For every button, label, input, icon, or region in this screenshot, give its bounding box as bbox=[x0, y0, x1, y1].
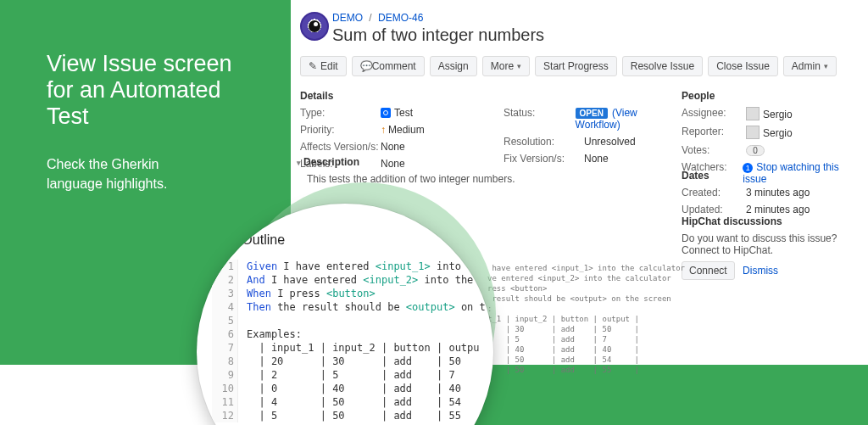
reporter-name: Sergio bbox=[763, 127, 793, 139]
status-value: OPEN(View Workflow) bbox=[576, 107, 673, 131]
description-section: ▾Description This tests the addition of … bbox=[297, 156, 673, 185]
mini-line: ve entered <input_2> into the calculator bbox=[487, 274, 671, 282]
gherkin-code: 1Given I have entered <input_1> into t 2… bbox=[212, 260, 486, 422]
table-header: | input_1 | input_2 | button | outpu bbox=[247, 342, 480, 354]
connect-button[interactable]: Connect bbox=[682, 261, 735, 280]
line-number: 8 bbox=[212, 355, 238, 368]
more-label: More bbox=[491, 60, 514, 72]
resolution-value: Unresolved bbox=[584, 136, 636, 148]
line-number: 11 bbox=[212, 395, 238, 409]
mini-line: | 5 | add | 7 | bbox=[487, 335, 639, 344]
resolve-label: Resolve Issue bbox=[631, 60, 694, 72]
examples-label: Examples: bbox=[247, 328, 302, 340]
votes-value: 0 bbox=[746, 144, 765, 156]
code-text: on t bbox=[455, 301, 486, 313]
assignee-value: Sergio bbox=[746, 107, 793, 120]
mini-line: | 40 | add | 40 | bbox=[487, 345, 639, 354]
line-number: 10 bbox=[212, 382, 238, 395]
details-heading: Details bbox=[300, 90, 673, 102]
comment-button[interactable]: 💬Comment bbox=[352, 56, 425, 76]
dates-heading: Dates bbox=[682, 170, 860, 182]
code-text: I have entered bbox=[265, 274, 364, 286]
assign-label: Assign bbox=[438, 60, 469, 72]
table-row: | 0 | 40 | add | 40 bbox=[247, 383, 461, 394]
code-text: I have entered bbox=[277, 260, 376, 272]
resolve-button[interactable]: Resolve Issue bbox=[622, 56, 703, 76]
assign-button[interactable]: Assign bbox=[430, 56, 477, 76]
priority-text: Medium bbox=[388, 124, 425, 136]
line-number: 12 bbox=[212, 409, 238, 422]
mini-line: result should be <output> on the screen bbox=[487, 294, 671, 303]
priority-value: ↑Medium bbox=[381, 124, 425, 136]
table-row: | 20 | 30 | add | 50 bbox=[247, 355, 461, 367]
start-progress-button[interactable]: Start Progress bbox=[535, 56, 617, 76]
promo-title-line1: View Issue screen bbox=[47, 51, 232, 76]
created-key: Created: bbox=[682, 187, 746, 199]
hipchat-heading: HipChat discussions bbox=[682, 215, 860, 227]
reporter-key: Reporter: bbox=[682, 126, 746, 139]
promo-title-line3: Test bbox=[47, 103, 89, 129]
promo-sub-line2: language highlights. bbox=[47, 176, 167, 191]
admin-button[interactable]: Admin▾ bbox=[783, 56, 837, 76]
comment-icon: 💬 bbox=[360, 60, 369, 72]
assignee-name: Sergio bbox=[763, 109, 793, 120]
affects-key: Affects Version/s: bbox=[300, 141, 381, 153]
issue-title: Sum of two integer numbers bbox=[332, 25, 544, 45]
created-value: 3 minutes ago bbox=[746, 187, 810, 199]
reporter-value: Sergio bbox=[746, 126, 793, 139]
collapse-icon: ▾ bbox=[297, 159, 301, 167]
mini-line: | 30 | add | 50 | bbox=[487, 325, 639, 333]
line-number: 7 bbox=[212, 341, 238, 355]
hipchat-section: HipChat discussions Do you want to discu… bbox=[682, 207, 860, 280]
kw-and: And bbox=[247, 274, 265, 286]
line-number: 9 bbox=[212, 368, 238, 382]
line-number: 6 bbox=[212, 327, 238, 341]
votes-key: Votes: bbox=[682, 144, 746, 156]
code-text: into the bbox=[418, 274, 473, 286]
kw-when: When bbox=[247, 288, 271, 299]
edit-button[interactable]: ✎Edit bbox=[300, 56, 347, 76]
user-avatar-icon bbox=[746, 126, 760, 139]
dismiss-link[interactable]: Dismiss bbox=[743, 265, 778, 277]
breadcrumb-project[interactable]: DEMO bbox=[332, 12, 363, 24]
people-heading: People bbox=[682, 90, 860, 102]
table-row: | 4 | 50 | add | 54 bbox=[247, 396, 461, 408]
hipchat-text: Do you want to discuss this issue? Conne… bbox=[682, 232, 860, 256]
promo-text: View Issue screen for an Automated Test … bbox=[47, 51, 232, 193]
chevron-down-icon: ▾ bbox=[824, 62, 828, 70]
breadcrumb-issue[interactable]: DEMO-46 bbox=[378, 12, 423, 24]
description-heading[interactable]: ▾Description bbox=[297, 156, 673, 168]
edit-label: Edit bbox=[320, 60, 338, 72]
pencil-icon: ✎ bbox=[309, 60, 317, 72]
comment-label: Comment bbox=[372, 60, 416, 72]
project-avatar[interactable] bbox=[300, 12, 329, 41]
mini-line: ress <button> bbox=[487, 284, 547, 293]
status-pill: OPEN bbox=[576, 108, 608, 119]
status-key: Status: bbox=[504, 107, 576, 131]
more-button[interactable]: More▾ bbox=[482, 56, 530, 76]
code-text: I press bbox=[271, 288, 326, 299]
line-number: 4 bbox=[212, 300, 238, 314]
description-heading-text: Description bbox=[303, 156, 359, 168]
promo-title-line2: for an Automated bbox=[47, 77, 221, 103]
code-text: the result should be bbox=[271, 301, 406, 313]
mini-line: have entered <input_1> into the calculat… bbox=[487, 264, 685, 272]
promo-sub-line1: Check the Gherkin bbox=[47, 157, 159, 171]
placeholder: <input_2> bbox=[363, 274, 418, 286]
mini-line: | 50 | add | 55 | bbox=[487, 366, 639, 374]
kw-then: Then bbox=[247, 301, 271, 313]
assignee-key: Assignee: bbox=[682, 107, 746, 120]
chevron-down-icon: ▾ bbox=[517, 62, 521, 70]
close-issue-button[interactable]: Close Issue bbox=[708, 56, 778, 76]
placeholder: <output> bbox=[406, 301, 455, 313]
issue-toolbar: ✎Edit 💬Comment Assign More▾ Start Progre… bbox=[300, 56, 837, 76]
affects-value: None bbox=[381, 141, 405, 153]
type-key: Type: bbox=[300, 107, 381, 119]
breadcrumb-sep: / bbox=[369, 12, 371, 24]
placeholder: <input_1> bbox=[376, 260, 431, 272]
votes-badge: 0 bbox=[746, 145, 765, 156]
table-row: | 5 | 50 | add | 55 bbox=[247, 410, 461, 422]
line-number: 3 bbox=[212, 287, 238, 300]
placeholder: <button> bbox=[326, 288, 376, 299]
type-value: Test bbox=[381, 107, 413, 119]
